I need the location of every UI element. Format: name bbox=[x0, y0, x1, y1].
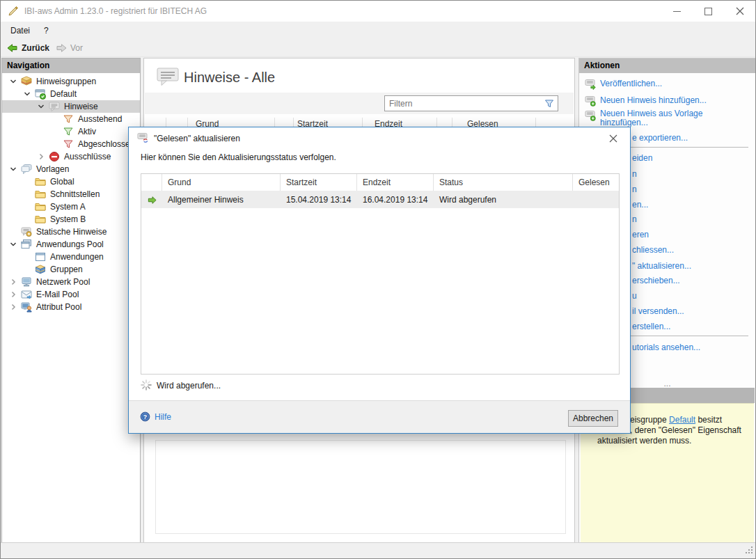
forbidden-icon bbox=[49, 151, 60, 162]
tree-item-aktiv[interactable]: Aktiv bbox=[2, 125, 140, 138]
tree-item-netzwerk-pool[interactable]: Netzwerk Pool bbox=[2, 276, 140, 288]
dialog-cell: Allgemeiner Hinweis bbox=[162, 195, 281, 205]
dialog-description: Hier können Sie den Aktualisierungsstatu… bbox=[141, 152, 336, 162]
spinner-icon bbox=[141, 379, 152, 391]
tree-item-anwendungen[interactable]: Anwendungen bbox=[2, 251, 140, 263]
dialog-column-header-endzeit[interactable]: Endzeit bbox=[357, 174, 434, 191]
statusbar bbox=[1, 542, 755, 558]
filter-funnel-icon[interactable] bbox=[544, 98, 555, 109]
gelesen-aktualisieren-dialog: "Gelesen" aktualisieren Hier können Sie … bbox=[128, 127, 631, 434]
action-fragment[interactable]: e exportieren... bbox=[632, 132, 688, 143]
chevron-right-icon[interactable] bbox=[36, 151, 47, 162]
tree-item-e-mail-pool[interactable]: E-Mail Pool bbox=[2, 288, 140, 301]
tree-item-hinweise[interactable]: Hinweise bbox=[2, 100, 140, 113]
maximize-button[interactable] bbox=[693, 1, 724, 22]
tree-item-ausstehend[interactable]: Ausstehend bbox=[2, 113, 140, 125]
action-fragment[interactable]: en... bbox=[632, 199, 648, 210]
tree-item-abgeschlossen[interactable]: Abgeschlossen bbox=[2, 138, 140, 150]
chevron-down-icon[interactable] bbox=[8, 239, 19, 250]
menu-item-datei[interactable]: Datei bbox=[3, 23, 37, 38]
dialog-table-header: GrundStartzeitEndzeitStatusGelesen bbox=[141, 174, 619, 191]
help-link[interactable]: ? Hilfe bbox=[140, 411, 171, 422]
tree-item-label: Attribut Pool bbox=[36, 301, 81, 313]
action-fragment[interactable]: n bbox=[632, 184, 637, 195]
dialog-table-row[interactable]: Allgemeiner Hinweis15.04.2019 13:1416.04… bbox=[141, 191, 619, 208]
dialog-cell: 16.04.2019 13:14 bbox=[357, 195, 434, 205]
tree-item-default[interactable]: Default bbox=[2, 88, 140, 100]
dialog-column-header-status[interactable]: Status bbox=[434, 174, 573, 191]
dialog-close-icon[interactable] bbox=[604, 131, 623, 146]
tree-item-gruppen[interactable]: Gruppen bbox=[2, 263, 140, 276]
note-link-default[interactable]: Default bbox=[669, 415, 695, 425]
action-fragment[interactable]: " aktualisieren... bbox=[632, 260, 691, 271]
tree-item-system-a[interactable]: System A bbox=[2, 200, 140, 213]
action-fragment[interactable]: eren bbox=[632, 229, 649, 240]
tree-item-vorlagen[interactable]: Vorlagen bbox=[2, 163, 140, 175]
menu-item-help[interactable]: ? bbox=[37, 23, 56, 38]
tree-item-global[interactable]: Global bbox=[2, 175, 140, 188]
note-text: aktualisiert werden muss. bbox=[597, 436, 691, 446]
tree-item-schnittstellen[interactable]: Schnittstellen bbox=[2, 188, 140, 200]
close-button[interactable] bbox=[724, 1, 755, 22]
filter-input[interactable] bbox=[385, 96, 541, 111]
back-button[interactable]: Zurück bbox=[7, 42, 49, 54]
cancel-button[interactable]: Abbrechen bbox=[568, 410, 618, 427]
user-computer-icon bbox=[21, 301, 32, 313]
action-fragment[interactable]: n bbox=[632, 168, 637, 180]
menubar: Datei ? bbox=[1, 22, 755, 40]
action-fragment[interactable]: utorials ansehen... bbox=[632, 342, 700, 353]
tree-item-attribut-pool[interactable]: Attribut Pool bbox=[2, 301, 140, 313]
dialog-column-header-startzeit[interactable]: Startzeit bbox=[281, 174, 357, 191]
action-neuen-hinweis-hinzuf-gen[interactable]: Neuen Hinweis hinzufügen... bbox=[585, 95, 751, 106]
chevron-down-icon[interactable] bbox=[22, 88, 33, 100]
forward-arrow-icon bbox=[56, 42, 67, 54]
note-line: , deren "Gelesen" Eigenschaft bbox=[630, 425, 754, 436]
chevron-right-icon[interactable] bbox=[8, 289, 19, 300]
funnel-orange-icon bbox=[63, 113, 74, 125]
minimize-button[interactable] bbox=[661, 1, 693, 22]
chevron-down-icon[interactable] bbox=[8, 164, 19, 175]
package-icon bbox=[21, 76, 32, 87]
action-fragment[interactable]: u bbox=[632, 290, 637, 301]
tree-item-label: System B bbox=[50, 213, 86, 226]
forward-button[interactable]: Vor bbox=[56, 42, 83, 54]
action-fragment[interactable]: erschieben... bbox=[632, 275, 680, 286]
dialog-note-refresh-icon bbox=[137, 132, 148, 143]
dialog-column-header-gelesen[interactable]: Gelesen bbox=[573, 174, 619, 191]
action-fragment[interactable]: chliessen... bbox=[632, 244, 674, 255]
filter-input-wrap bbox=[384, 95, 558, 111]
actions-header: Aktionen bbox=[579, 58, 755, 73]
action-label: Veröffentlichen... bbox=[600, 78, 751, 89]
dialog-title: "Gelesen" aktualisieren bbox=[154, 134, 240, 143]
resize-grip-icon[interactable] bbox=[744, 545, 753, 556]
action-fragment[interactable]: il versenden... bbox=[632, 306, 684, 317]
detail-placeholder-box bbox=[155, 440, 566, 534]
tree-item-label: Hinweise bbox=[64, 100, 98, 113]
tree-item-anwendungs-pool[interactable]: Anwendungs Pool bbox=[2, 238, 140, 251]
funnel-red-icon bbox=[63, 139, 74, 150]
action-fragment[interactable]: n bbox=[632, 214, 637, 225]
chevron-right-icon[interactable] bbox=[8, 276, 19, 288]
toolbar: Zurück Vor bbox=[1, 40, 755, 57]
folder-icon bbox=[35, 176, 46, 187]
chevron-right-icon[interactable] bbox=[8, 301, 19, 313]
action-fragment[interactable]: eiden bbox=[632, 152, 652, 164]
back-button-label: Zurück bbox=[22, 43, 49, 53]
tree-item-ausschl-sse[interactable]: Ausschlüsse bbox=[2, 150, 140, 163]
tree-item-statische-hinweise[interactable]: Statische Hinweise bbox=[2, 226, 140, 238]
help-icon: ? bbox=[140, 411, 150, 422]
action-neuen-hinweis-aus-vorlage-hinzuf-gen[interactable]: Neuen Hinweis aus Vorlage hinzufügen... bbox=[585, 109, 751, 127]
dialog-cell: 15.04.2019 13:14 bbox=[281, 195, 357, 205]
note-icon bbox=[49, 101, 60, 112]
navigation-panel: Navigation HinweisgruppenDefaultHinweise… bbox=[1, 58, 141, 543]
tree-item-hinweisgruppen[interactable]: Hinweisgruppen bbox=[2, 75, 140, 88]
note-text: besitzt bbox=[695, 415, 722, 425]
action-ver-ffentlichen[interactable]: Veröffentlichen... bbox=[585, 78, 751, 89]
tree-item-label: Netzwerk Pool bbox=[36, 276, 90, 288]
action-fragment[interactable]: erstellen... bbox=[632, 321, 670, 332]
tree-item-system-b[interactable]: System B bbox=[2, 213, 140, 226]
dialog-column-header-icon[interactable] bbox=[141, 174, 162, 191]
dialog-column-header-grund[interactable]: Grund bbox=[162, 174, 281, 191]
chevron-down-icon[interactable] bbox=[8, 76, 19, 87]
chevron-down-icon[interactable] bbox=[36, 101, 47, 112]
